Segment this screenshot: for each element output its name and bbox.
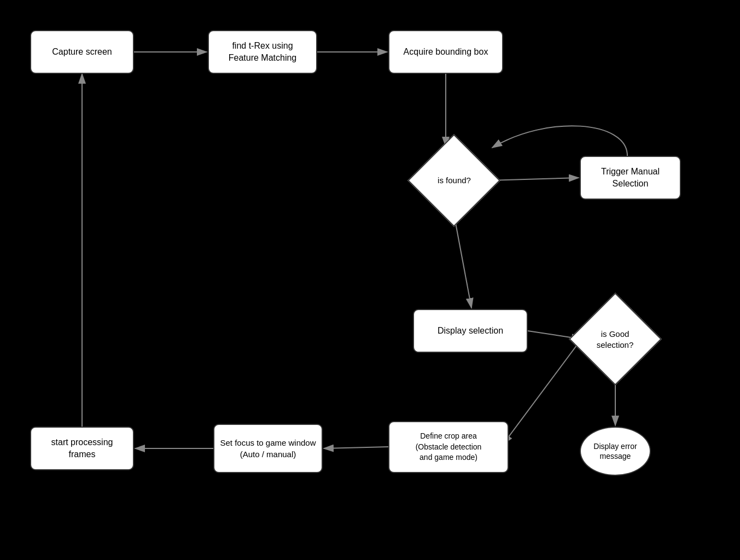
- svg-line-8: [503, 339, 581, 444]
- is-found-diamond: is found?: [407, 134, 500, 227]
- find-trex-node: find t-Rex usingFeature Matching: [208, 30, 317, 74]
- svg-line-4: [454, 214, 471, 308]
- display-selection-node: Display selection: [413, 309, 528, 353]
- set-focus-node: Set focus to game window(Auto / manual): [213, 424, 323, 473]
- is-good-diamond: is Goodselection?: [569, 293, 662, 386]
- start-processing-node: start processingframes: [30, 427, 134, 470]
- capture-screen-node: Capture screen: [30, 30, 134, 74]
- is-good-label: is Goodselection?: [597, 328, 634, 349]
- define-crop-node: Define crop area(Obstacle detectionand g…: [388, 421, 509, 473]
- arrows-layer: [0, 0, 740, 560]
- acquire-bbox-node: Acquire bounding box: [388, 30, 503, 74]
- trigger-manual-node: Trigger ManualSelection: [580, 156, 681, 200]
- is-found-label: is found?: [438, 175, 471, 186]
- svg-line-9: [324, 447, 388, 448]
- display-error-node: Display errormessage: [580, 427, 651, 476]
- svg-line-5: [488, 178, 579, 180]
